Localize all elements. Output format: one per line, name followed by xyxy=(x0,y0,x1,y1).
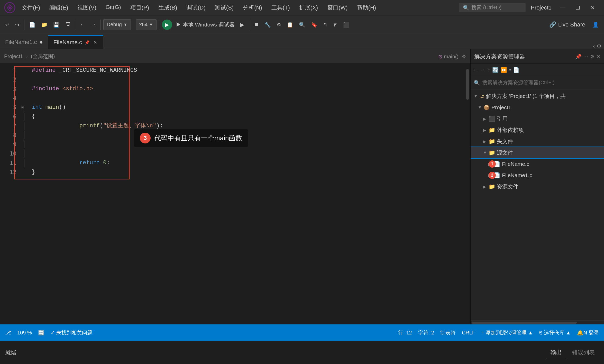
platform-dropdown[interactable]: x64 ▼ xyxy=(136,19,157,30)
tree-item-filename-c[interactable]: 1 ▶ 📄 FileName.c xyxy=(471,158,604,170)
search-icon-2: 🔍 xyxy=(474,80,480,86)
menu-edit[interactable]: 编辑(E) xyxy=(45,3,72,13)
line-num-3: 3 xyxy=(0,84,16,94)
status-encoding[interactable]: CRLF xyxy=(462,330,475,336)
back-button[interactable]: ← xyxy=(78,21,87,29)
explorer-pin-btn[interactable]: 📌 xyxy=(575,53,582,60)
liveshare-button[interactable]: 🔗 Live Share xyxy=(546,20,589,29)
header-settings-btn[interactable]: ⚙ xyxy=(462,53,466,60)
tab-dropdown-btn[interactable]: ⚙ xyxy=(597,43,601,49)
forward-button[interactable]: → xyxy=(89,21,98,29)
sync-icon[interactable]: 🔄 xyxy=(38,330,44,336)
collapse-gutter: ⊟ xyxy=(21,64,28,324)
explorer-scrollbar[interactable] xyxy=(471,320,604,324)
menu-git[interactable]: Git(G) xyxy=(102,3,125,13)
explorer-search-input[interactable] xyxy=(482,80,601,86)
tab-close-button[interactable]: ✕ xyxy=(92,40,98,45)
solution-root[interactable]: ▼ 🗂 解决方案 'Project1' (1 个项目，共 xyxy=(471,90,604,102)
save-button[interactable]: 💾 xyxy=(51,21,62,29)
explorer-close-btn[interactable]: ✕ xyxy=(596,53,600,60)
explorer-refresh-btn[interactable]: 🔄 xyxy=(492,67,499,73)
maximize-button[interactable]: ☐ xyxy=(571,2,585,13)
app-logo xyxy=(4,2,15,13)
code-line-11: return 0; xyxy=(32,158,470,168)
search-bar[interactable]: 🔍 搜索 (Ctrl+Q) xyxy=(459,3,526,12)
toolbar-sep-1 xyxy=(24,20,24,30)
menu-extensions[interactable]: 扩展(X) xyxy=(295,3,322,13)
menu-debug[interactable]: 调试(D) xyxy=(182,3,210,13)
tree-item-filename1-c[interactable]: 2 ▶ 📄 FileName1.c xyxy=(471,170,604,181)
menu-project[interactable]: 项目(P) xyxy=(126,3,153,13)
function-selector[interactable]: ⊙ main() xyxy=(438,53,459,60)
menu-analyze[interactable]: 分析(N) xyxy=(239,3,266,13)
explorer-new-file-btn[interactable]: 📄 xyxy=(513,67,519,73)
tab-filename1[interactable]: FileName1.c ● xyxy=(0,35,48,49)
debug-config-dropdown[interactable]: Debug ▼ xyxy=(103,19,131,30)
editor-body[interactable]: 1 2 3 4 5 6 7 8 9 10 11 12 ⊟ xyxy=(0,64,470,324)
tab-filename[interactable]: FileName.c 📌 ✕ xyxy=(48,35,103,49)
undo-button[interactable]: ↩ xyxy=(3,21,12,29)
menu-help[interactable]: 帮助(H) xyxy=(353,3,380,13)
editor-scrollbar[interactable] xyxy=(465,64,470,324)
menu-tools[interactable]: 工具(T) xyxy=(267,3,294,13)
tree-item-sources[interactable]: ▼ 📁 源文件 xyxy=(471,147,604,158)
tree-item-refs[interactable]: ▶ ⬛ 引用 xyxy=(471,113,604,124)
tab-error-list[interactable]: 错误列表 xyxy=(568,347,599,358)
collapse-marker-5[interactable]: ⊟ xyxy=(21,105,24,110)
close-button[interactable]: ✕ xyxy=(585,2,600,13)
zoom-level[interactable]: 109 % xyxy=(17,330,32,336)
code-line-10 xyxy=(32,149,470,158)
status-line[interactable]: 行: 12 xyxy=(398,329,412,336)
title-bar: 文件(F) 编辑(E) 视图(V) Git(G) 项目(P) 生成(B) 调试(… xyxy=(0,0,604,15)
toolbar-btn-1[interactable]: ⏹ xyxy=(252,21,261,29)
annotation-text: 代码中有且只有一个main函数 xyxy=(154,134,242,143)
user-button[interactable]: 👤 xyxy=(590,21,601,29)
explorer-collapse-btn[interactable]: ▪ xyxy=(509,67,511,73)
new-file-button[interactable]: 📄 xyxy=(27,21,38,29)
toolbar-btn-4[interactable]: 📋 xyxy=(285,21,295,29)
toolbar-btn-7[interactable]: ↰ xyxy=(321,21,330,29)
tree-item-external-deps[interactable]: ▶ 📁 外部依赖项 xyxy=(471,124,604,136)
toolbar-btn-8[interactable]: ↱ xyxy=(331,21,340,29)
explorer-nav-up[interactable]: ↑ xyxy=(488,67,490,73)
status-format[interactable]: 制表符 xyxy=(440,329,456,336)
menu-build[interactable]: 生成(B) xyxy=(154,3,181,13)
toolbar-btn-3[interactable]: ⚙ xyxy=(274,21,283,29)
project-node[interactable]: ▼ 📦 Project1 xyxy=(471,102,604,113)
toolbar-btn-2[interactable]: 🔧 xyxy=(262,21,273,29)
menu-file[interactable]: 文件(F) xyxy=(17,3,44,13)
explorer-scrollbar-thumb[interactable] xyxy=(472,322,577,324)
status-char[interactable]: 字符: 2 xyxy=(418,329,434,336)
menu-test[interactable]: 测试(S) xyxy=(211,3,238,13)
run-label[interactable]: ▶ 本地 Windows 调试器 xyxy=(174,20,237,29)
scrollbar-thumb[interactable] xyxy=(466,69,469,100)
menu-window[interactable]: 窗口(W) xyxy=(323,3,352,13)
tab-output[interactable]: 输出 xyxy=(546,347,566,358)
tab-scroll-left[interactable]: ‹ xyxy=(593,43,595,49)
toolbar-btn-6[interactable]: 🔖 xyxy=(309,21,319,29)
toolbar-btn-9[interactable]: ⬛ xyxy=(341,21,352,29)
explorer-nav-back[interactable]: ← xyxy=(473,67,478,73)
project-selector[interactable]: Project1 xyxy=(4,53,23,59)
redo-button[interactable]: ↪ xyxy=(13,21,22,29)
start-debug-button[interactable]: ▶ xyxy=(162,20,172,30)
explorer-sync-btn[interactable]: ⏩ xyxy=(501,67,507,73)
code-editor[interactable]: #define _CRT_SECURE_NO_WARNINGS #include… xyxy=(28,64,470,324)
explorer-nav-forward[interactable]: → xyxy=(480,67,486,73)
tab-bar: FileName1.c ● FileName.c 📌 ✕ ‹ ⚙ xyxy=(0,34,604,49)
project-icon: 📦 xyxy=(483,104,490,111)
user-status[interactable]: 🔔N 登录 xyxy=(577,329,599,336)
minimize-button[interactable]: — xyxy=(556,2,570,13)
open-file-button[interactable]: 📁 xyxy=(39,21,50,29)
tree-item-resources[interactable]: ▶ 📁 资源文件 xyxy=(471,181,604,192)
toolbar-btn-5[interactable]: 🔍 xyxy=(297,21,307,29)
add-to-source-btn[interactable]: ↑ 添加到源代码管理 ▲ xyxy=(481,329,533,336)
menu-view[interactable]: 视图(V) xyxy=(73,3,100,13)
scope-selector[interactable]: (全局范围) xyxy=(31,53,55,60)
select-repo-btn[interactable]: ⎘ 选择仓库 ▲ xyxy=(539,329,571,336)
run-without-debug-button[interactable]: ▶ xyxy=(238,21,246,29)
explorer-settings-btn[interactable]: ⚙ xyxy=(590,53,594,60)
tree-item-headers[interactable]: ▶ 📁 头文件 xyxy=(471,136,604,147)
save-all-button[interactable]: 🖫 xyxy=(63,21,72,29)
explorer-more-btn[interactable]: ⋯ xyxy=(583,53,588,60)
